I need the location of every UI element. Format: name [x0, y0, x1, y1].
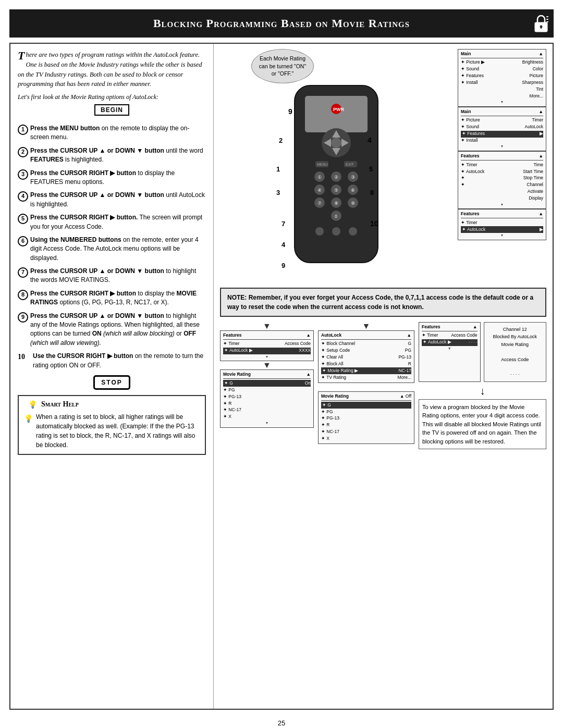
step-10-text: Use the CURSOR RIGHT ▶ button on the rem… — [33, 352, 206, 370]
step-8-number: 8 — [18, 290, 28, 300]
step-6-text: Using the NUMBERED buttons on the remote… — [30, 236, 206, 263]
step-4: 4 Press the CURSOR UP ▲ or DOWN ▼ button… — [18, 191, 206, 209]
svg-text:⑨: ⑨ — [351, 201, 355, 206]
step-10: 10 Use the CURSOR RIGHT ▶ button on the … — [18, 352, 206, 370]
step-9: 9 Press the CURSOR UP ▲ or DOWN ▼ button… — [18, 312, 206, 348]
svg-text:⑧: ⑧ — [334, 201, 338, 206]
lower-middle-screens: ▼ AutoLock ▲ ✦ Block ChannelG ✦ Setup Co… — [318, 322, 414, 449]
final-text: To view a program blocked by the Movie R… — [422, 404, 541, 445]
s9-row4: ✦ R — [223, 400, 311, 407]
step-2-number: 2 — [18, 147, 28, 157]
svg-text:②: ② — [334, 175, 338, 180]
screen-movie-rating-off: Movie Rating ▲ Off ✦ G ✦ PG ✦ PG-13 ✦ R — [318, 391, 414, 444]
movie-bubble: Each Movie Rating can be turned "ON" or … — [251, 49, 314, 83]
begin-box: BEGIN — [94, 104, 129, 116]
s5-row2: ✦ AutoLock ▶XXXX — [223, 348, 311, 354]
s1-nav: ▼ — [461, 100, 543, 105]
s7-row5-highlight: ✦ Movie Rating ▶NC-17 — [321, 367, 411, 374]
blocked-spacer2 — [487, 363, 543, 371]
step-9-text: Press the CURSOR UP ▲ or DOWN ▼ button t… — [30, 312, 206, 348]
s3-row3: ✦Stop Time — [461, 175, 543, 182]
step-9-number: 9 — [18, 312, 28, 323]
page-header: Blocking Programming Based on Movie Rati… — [9, 9, 554, 38]
movie-bubble-text: Each Movie Rating can be turned "ON" or … — [259, 55, 306, 77]
s5-nav: ▼ — [223, 354, 311, 360]
svg-rect-4 — [546, 19, 548, 20]
s1-row6: More... — [461, 93, 543, 100]
sd-nav: ▼ — [422, 346, 478, 351]
step-6-number: 6 — [18, 236, 28, 246]
step-4-text: Press the CURSOR UP ▲ or DOWN ▼ button u… — [30, 191, 206, 209]
s7-row2: ✦ Setup CodePG — [321, 348, 411, 354]
s8-row3: ✦ PG-13 — [321, 415, 411, 422]
page-number: 25 — [0, 715, 563, 728]
s4-row1: ✦ Timer — [461, 219, 543, 226]
intro-paragraph: here are two types of program ratings wi… — [18, 51, 202, 88]
bulb-small-icon: 💡 — [24, 413, 33, 424]
s3-nav: ▼ — [461, 202, 543, 207]
bulb-icon: 💡 — [28, 400, 37, 409]
drop-cap: T — [18, 50, 25, 61]
note-text: NOTE: Remember, if you ever forget your … — [227, 294, 533, 311]
s1-row2: ✦ SoundColor — [461, 66, 543, 73]
smart-help-content: 💡 When a rating is set to block, all hig… — [24, 412, 200, 450]
intro-text: There are two types of program ratings w… — [18, 50, 206, 89]
svg-text:10: 10 — [370, 219, 378, 228]
s8-row5: ✦ NC-17 — [321, 429, 411, 436]
svg-text:1: 1 — [276, 165, 280, 173]
s9-nav: ▼ — [223, 421, 311, 426]
s3-row6: Display — [461, 195, 543, 202]
step-6: 6 Using the NUMBERED buttons on the remo… — [18, 236, 206, 263]
step-1-text: Press the MENU button on the remote to d… — [30, 124, 206, 142]
step-3: 3 Press the CURSOR RIGHT ▶ button to dis… — [18, 169, 206, 187]
svg-text:⑤: ⑤ — [334, 188, 338, 193]
svg-text:EXIT: EXIT — [346, 163, 354, 166]
final-explanation-text: To view a program blocked by the Movie R… — [419, 399, 546, 450]
upper-right-area: Each Movie Rating can be turned "ON" or … — [220, 49, 546, 278]
svg-text:5: 5 — [369, 165, 373, 173]
blocked-spacer — [487, 348, 543, 355]
screen-main-menu: Main ▲ ✦ Picture ▶Brightness ✦ SoundColo… — [458, 49, 546, 107]
screen-blocked-channel: Channel 12 Blocked By AutoLock Movie Rat… — [484, 322, 547, 382]
note-box: NOTE: Remember, if you ever forget your … — [220, 288, 546, 317]
svg-text:2: 2 — [279, 137, 283, 144]
svg-text:4: 4 — [368, 136, 372, 144]
s4-nav: ▼ — [461, 233, 543, 238]
step-4-number: 4 — [18, 191, 28, 202]
blocked-dots: · · · · — [487, 371, 543, 378]
screen-access-code: Features ▲ ✦ TimerAccess Code ✦ AutoLock… — [220, 330, 314, 361]
screen9-header: Movie Rating ▲ — [223, 372, 311, 379]
svg-text:3: 3 — [276, 189, 280, 196]
s7-row4: ✦ Block AllR — [321, 361, 411, 368]
screen-access-dots: Features ▲ ✦ TimerAccess Code ✦ AutoLock… — [419, 322, 481, 382]
page-num-text: 25 — [278, 719, 285, 727]
s2-nav: ▼ — [461, 144, 543, 149]
s7-row3: ✦ Clear AllPG-13 — [321, 354, 411, 361]
stop-box: STOP — [18, 375, 206, 390]
screen7-header: AutoLock ▲ — [321, 332, 411, 340]
step-7: 7 Press the CURSOR UP ▲ or DOWN ▼ button… — [18, 267, 206, 285]
s1-row3: ✦ FeaturesPicture — [461, 73, 543, 80]
s2-row3-highlight: ✦ Features▶ — [461, 131, 543, 138]
step-8-text: Press the CURSOR RIGHT ▶ button to displ… — [30, 289, 206, 307]
lower-left-screens: ▼ Features ▲ ✦ TimerAccess Code ✦ AutoLo… — [220, 322, 314, 449]
s9-row1: ✦ GOn — [223, 380, 311, 387]
svg-text:③: ③ — [351, 175, 355, 180]
screen-autolock-menu: AutoLock ▲ ✦ Block ChannelG ✦ Setup Code… — [318, 330, 414, 383]
svg-text:9: 9 — [288, 107, 292, 116]
s1-arrow: ▲ — [539, 51, 543, 57]
svg-text:④: ④ — [317, 188, 322, 193]
sd-row2: ✦ AutoLock ▶· · · · — [422, 339, 478, 346]
s3-row4: ✦Channel — [461, 182, 543, 189]
svg-text:MENU: MENU — [317, 163, 328, 166]
blocked-movie-rating: Movie Rating — [487, 341, 543, 348]
blocked-access-code-label: Access Code — [487, 356, 543, 363]
s1-row5: Tint — [461, 86, 543, 93]
svg-text:⑦: ⑦ — [317, 201, 322, 206]
svg-point-52 — [332, 227, 340, 236]
right-panel: Each Movie Rating can be turned "ON" or … — [214, 44, 553, 709]
svg-point-53 — [349, 227, 357, 236]
s8-row4: ✦ R — [321, 422, 411, 429]
svg-rect-2 — [541, 27, 542, 29]
main-content: There are two types of program ratings w… — [9, 43, 554, 710]
